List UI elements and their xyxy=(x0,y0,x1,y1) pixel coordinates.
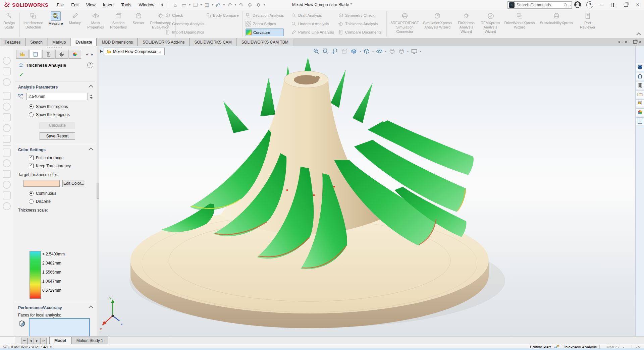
close-window-icon[interactable]: × xyxy=(635,2,640,7)
graphics-viewport[interactable]: y x z ▶ Mixed Flow Compressor ... ▾ ▾ ▾ … xyxy=(99,46,635,336)
rebuild-icon[interactable]: ⎊ xyxy=(246,1,254,9)
feature-tool-icon[interactable] xyxy=(3,57,11,65)
ribbon-item-curvature[interactable]: Curvature xyxy=(246,28,284,36)
thickness-input[interactable]: 2.540mm xyxy=(26,93,88,100)
feature-tool-icon[interactable] xyxy=(3,113,11,121)
3dexperience-marketplace-icon[interactable] xyxy=(636,63,644,71)
model-tab[interactable]: Model xyxy=(49,337,71,344)
ribbon-button-dfmxpress[interactable]: DFMXpress Analysis Wizard xyxy=(478,11,502,38)
feature-tool-icon[interactable] xyxy=(3,124,11,132)
options-gear-icon[interactable] xyxy=(254,1,263,9)
edit-color-button[interactable]: Edit Color... xyxy=(62,180,85,187)
redo-icon[interactable]: ↷ xyxy=(237,1,246,9)
search-bar[interactable]: › ▾ xyxy=(507,1,572,9)
menu-file[interactable]: File xyxy=(53,0,67,10)
tab-scroll-right-icon[interactable]: ▶ xyxy=(34,338,40,344)
dropdown-arrow[interactable]: ▾ xyxy=(360,50,361,53)
propertymanager-tab[interactable] xyxy=(29,50,42,59)
restore-document-icon[interactable] xyxy=(633,39,638,44)
view-orientation-icon[interactable] xyxy=(350,47,358,55)
ribbon-item-body-compare[interactable]: Body Compare xyxy=(206,12,239,19)
thickness-spinner[interactable] xyxy=(90,95,93,99)
radio-show-thick-regions[interactable]: Show thick regions xyxy=(13,109,97,117)
split-pane-icon[interactable] xyxy=(611,2,616,7)
section-view-icon[interactable] xyxy=(340,47,349,55)
close-document-icon[interactable]: × xyxy=(638,39,643,44)
dropdown-arrow[interactable]: ▾ xyxy=(189,3,191,6)
undo-icon[interactable]: ↶ xyxy=(225,1,234,9)
edit-appearance-icon[interactable] xyxy=(388,47,396,55)
panel-tab-scroll-left-icon[interactable]: ◀ xyxy=(85,52,90,57)
menu-edit[interactable]: Edit xyxy=(67,0,82,10)
menu-view[interactable]: View xyxy=(83,0,99,10)
dropdown-arrow[interactable]: ▾ xyxy=(235,3,236,6)
ribbon-item-draft-analysis[interactable]: Draft Analysis xyxy=(291,12,334,19)
dropdown-arrow[interactable]: ▾ xyxy=(264,3,265,6)
dimxpertmanager-tab[interactable] xyxy=(55,50,68,59)
ribbon-button-design-study[interactable]: Design Study xyxy=(0,11,18,38)
panel-drag-grip[interactable]: ••••••••• xyxy=(13,46,97,49)
dropdown-arrow[interactable]: ▾ xyxy=(223,3,225,6)
color-settings-header[interactable]: Color Settings xyxy=(18,148,46,152)
tab-markup[interactable]: Markup xyxy=(48,38,70,46)
ribbon-button-sustainabilityxpress[interactable]: SustainabilityXpress xyxy=(537,11,576,38)
checkbox-full-color-range[interactable]: Full color range xyxy=(13,152,97,160)
previous-view-icon[interactable] xyxy=(331,47,339,55)
restore-window-icon[interactable] xyxy=(623,2,628,7)
dropdown-arrow[interactable]: ▾ xyxy=(201,3,202,6)
pane-right-icon[interactable]: ⇥ xyxy=(623,39,628,44)
ribbon-item-deviation-analysis[interactable]: Deviation Analysis xyxy=(246,12,284,19)
ribbon-item-compare-documents[interactable]: Compare Documents xyxy=(338,28,382,36)
apply-scene-icon[interactable] xyxy=(397,47,406,55)
search-dropdown-arrow[interactable]: ▾ xyxy=(570,4,571,7)
motion-study-tab[interactable]: Motion Study 1 xyxy=(71,337,108,344)
design-library-icon[interactable] xyxy=(636,81,644,89)
feature-tool-icon[interactable] xyxy=(3,78,11,86)
pane-left-icon[interactable]: ⇤ xyxy=(618,39,623,44)
ribbon-item-thickness-analysis[interactable]: Thickness Analysis xyxy=(338,20,382,27)
document-tab[interactable]: Mixed Flow Compressor ... xyxy=(104,48,165,55)
menu-tools[interactable]: Tools xyxy=(117,0,135,10)
tab-scroll-first-icon[interactable]: ⏮ xyxy=(21,338,28,344)
performance-accuracy-header[interactable]: Performance/Accuracy xyxy=(18,305,62,310)
ribbon-item-symmetry-check[interactable]: Symmetry Check xyxy=(338,12,382,19)
view-palette-icon[interactable] xyxy=(636,99,644,107)
save-icon[interactable]: ▤ xyxy=(203,1,211,9)
feature-tool-icon[interactable] xyxy=(3,67,11,75)
tab-evaluate[interactable]: Evaluate xyxy=(71,38,97,46)
collapse-section-icon[interactable] xyxy=(89,305,93,310)
ribbon-item-zebra-stripes[interactable]: Zebra Stripes xyxy=(246,20,284,27)
custom-properties-icon[interactable] xyxy=(636,117,644,125)
ribbon-button-measure[interactable]: Measure xyxy=(45,11,66,38)
search-input[interactable] xyxy=(516,2,563,8)
display-style-icon[interactable] xyxy=(362,47,371,55)
appearances-scenes-icon[interactable] xyxy=(636,108,644,116)
panel-tab-scroll-right-icon[interactable]: ▶ xyxy=(90,52,95,57)
collapse-section-icon[interactable] xyxy=(89,148,93,152)
ribbon-item-undercut-analysis[interactable]: Undercut Analysis xyxy=(291,20,334,27)
tab-sketch[interactable]: Sketch xyxy=(25,38,47,46)
tab-mbd-dimensions[interactable]: MBD Dimensions xyxy=(97,38,138,46)
feature-tool-icon[interactable] xyxy=(3,202,11,210)
menu-insert[interactable]: Insert xyxy=(99,0,118,10)
configurationmanager-tab[interactable] xyxy=(42,50,55,59)
minimize-document-icon[interactable]: — xyxy=(628,39,633,44)
help-icon[interactable]: ? xyxy=(586,1,593,8)
radio-discrete[interactable]: Discrete xyxy=(13,196,97,204)
pin-menu-icon[interactable]: ✦ xyxy=(158,1,167,9)
tab-solidworks-add-ins[interactable]: SOLIDWORKS Add-Ins xyxy=(138,38,189,46)
collapse-section-icon[interactable] xyxy=(89,85,93,90)
hide-show-items-icon[interactable] xyxy=(375,47,384,55)
feature-tool-icon[interactable] xyxy=(3,92,11,100)
panel-flyout-arrow-icon[interactable]: ▶ xyxy=(100,49,103,53)
dropdown-arrow[interactable]: ▾ xyxy=(407,50,409,53)
panel-help-icon[interactable]: ? xyxy=(87,62,93,68)
ribbon-button-sensor[interactable]: Sensor xyxy=(130,11,147,38)
ribbon-button-section-properties[interactable]: Section Properties xyxy=(107,11,130,38)
radio-continuous[interactable]: Continuous xyxy=(13,187,97,196)
ribbon-item-parting-line-analysis[interactable]: Parting Line Analysis xyxy=(291,28,334,36)
tab-scroll-last-icon[interactable]: ⏭ xyxy=(40,338,47,344)
zoom-area-icon[interactable] xyxy=(321,47,330,55)
print-icon[interactable]: ⎙ xyxy=(214,1,223,9)
tab-features[interactable]: Features xyxy=(0,38,25,46)
